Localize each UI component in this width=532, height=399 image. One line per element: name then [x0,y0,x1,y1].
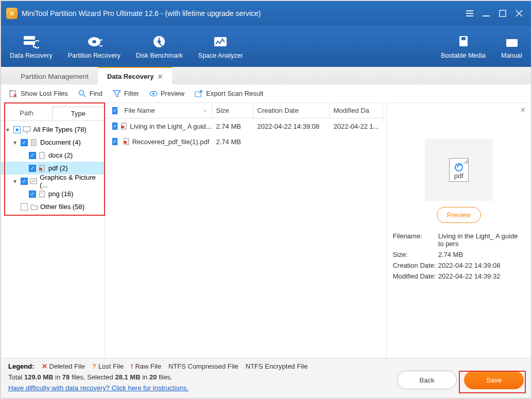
manual-icon [503,34,521,49]
svg-rect-11 [461,37,466,40]
svg-point-0 [9,10,15,16]
tree-node-docx[interactable]: ✓ docx (2) [1,149,105,162]
ribbon-manual[interactable]: Manual [493,26,530,67]
hamburger-menu-icon[interactable] [465,9,474,18]
svg-rect-23 [39,168,42,170]
chevron-down-icon[interactable]: ▾ [11,139,19,146]
svg-point-26 [41,193,42,194]
checkbox-unchecked[interactable] [21,203,28,211]
ribbon-disk-benchmark[interactable]: Disk Benchmark [128,26,191,67]
tree-node-other[interactable]: Other files (58) [1,200,105,213]
tree-tab-type[interactable]: Type [52,107,104,120]
data-recovery-icon [22,34,40,49]
tree-node-png[interactable]: ✓ png (16) [1,187,105,200]
svg-rect-3 [24,36,35,40]
save-button[interactable]: Save [464,371,524,389]
image-icon [30,178,38,185]
svg-rect-21 [40,152,44,159]
tree-node-document[interactable]: ▾ ✓ Document (4) [1,136,105,149]
space-analyzer-icon [212,34,229,49]
chevron-down-icon[interactable]: ▾ [11,178,19,185]
svg-rect-13 [506,37,518,39]
minimize-icon[interactable] [482,9,491,18]
tab-partition-management[interactable]: Partition Management [11,68,98,84]
bootable-media-icon [455,34,472,49]
app-logo-icon [6,8,18,19]
svg-rect-1 [483,15,490,16]
tree-tab-path[interactable]: Path [1,107,52,120]
checkbox-checked[interactable]: ✓ [29,152,36,159]
legend-lost: ?Lost File [92,362,124,370]
file-row[interactable]: ✓ Living in the Light_ A guid... 2.74 MB… [105,118,386,134]
totals-text: Total 129.0 MB in 78 files. Selected 28.… [8,373,188,381]
preview-file-button[interactable]: Preview [437,207,481,223]
svg-rect-2 [500,10,506,16]
folder-icon [30,203,38,211]
close-icon[interactable]: ✕ [158,73,163,80]
maximize-icon[interactable] [498,9,507,18]
checkbox-checked[interactable]: ✓ [29,190,36,198]
header-filename[interactable]: File Name [121,103,212,118]
svg-point-6 [92,40,96,43]
export-button[interactable]: Export Scan Result [195,90,263,98]
checkbox-partial[interactable]: ■ [13,126,21,133]
svg-point-8 [158,40,161,43]
back-button[interactable]: Back [397,371,457,389]
close-icon[interactable] [514,9,524,18]
file-grid: ✓ File Name Size Creation Date Modified … [105,103,386,358]
file-icon [38,152,46,159]
preview-panel: ✕ pdf Preview Filename:Living in the Lig… [386,103,531,358]
main-tabs: Partition Management Data Recovery✕ [1,67,531,84]
ribbon-space-analyzer[interactable]: Space Analyzer [191,26,251,67]
help-link[interactable]: Have difficulty with data recovery? Clic… [8,384,188,392]
partition-recovery-icon [85,34,103,49]
window-title: MiniTool Partition Wizard Pro Ultimate 1… [22,9,261,18]
checkbox-checked[interactable]: ✓ [29,165,36,172]
ribbon-bootable-media[interactable]: Bootable Media [433,26,493,67]
ribbon: Data Recovery Partition Recovery Disk Be… [1,26,531,67]
header-modified-date[interactable]: Modified Da [330,103,383,118]
header-checkbox[interactable]: ✓ [108,103,121,118]
svg-rect-28 [121,126,124,128]
header-size[interactable]: Size [212,103,253,118]
checkbox-checked[interactable]: ✓ [21,139,28,146]
svg-rect-19 [23,127,30,131]
monitor-icon [23,126,31,133]
titlebar: MiniTool Partition Wizard Pro Ultimate 1… [1,1,531,26]
file-pdf-icon [121,123,128,130]
legend-ntfs-encrypted: NTFS Encrypted File [246,362,308,370]
chevron-down-icon[interactable]: ▾ [4,126,11,133]
file-row[interactable]: ✓ Recovered_pdf_file(1).pdf 2.74 MB [105,134,386,149]
checkbox-checked[interactable]: ✓ [21,178,28,185]
show-lost-files-button[interactable]: Show Lost Files [9,90,68,98]
document-icon [30,139,38,146]
svg-rect-25 [40,191,44,197]
file-pdf-icon [38,165,46,172]
file-pdf-icon [123,138,130,145]
preview-thumbnail: pdf [425,139,493,201]
tree-node-all[interactable]: ▾ ■ All File Types (78) [1,123,105,136]
close-icon[interactable]: ✕ [520,106,526,114]
svg-point-17 [152,93,155,95]
tree-node-pdf[interactable]: ✓ pdf (2) [1,162,105,175]
footer: Legend: ✕Deleted File ?Lost File !Raw Fi… [1,358,531,398]
legend-deleted: ✕Deleted File [42,362,85,370]
file-image-icon [38,190,46,198]
tree-node-graphics[interactable]: ▾ ✓ Graphics & Picture (... [1,175,105,187]
sidebar: Path Type ▾ ■ All File Types (78) ▾ ✓ Do… [1,103,105,358]
checkbox-checked[interactable]: ✓ [112,138,117,145]
tab-data-recovery[interactable]: Data Recovery✕ [98,67,172,84]
find-button[interactable]: Find [78,90,102,98]
checkbox-checked[interactable]: ✓ [112,123,117,130]
filter-button[interactable]: Filter [113,90,139,98]
svg-point-15 [79,90,83,95]
disk-benchmark-icon [150,34,168,49]
ribbon-partition-recovery[interactable]: Partition Recovery [60,26,128,67]
toolbar: Show Lost Files Find Filter Preview Expo… [1,84,531,103]
svg-rect-30 [124,141,127,144]
legend-ntfs-compressed: NTFS Compressed File [168,362,238,370]
legend-raw: !Raw File [131,362,161,370]
header-creation-date[interactable]: Creation Date [253,103,330,118]
ribbon-data-recovery[interactable]: Data Recovery [2,26,60,67]
preview-button[interactable]: Preview [149,90,184,98]
